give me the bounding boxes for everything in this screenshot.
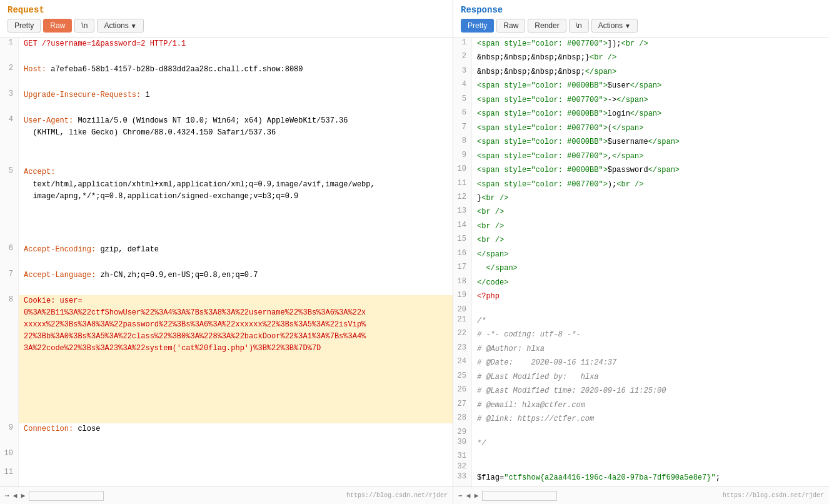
table-row: 32 xyxy=(453,462,829,472)
request-panel: Request Pretty Raw \n Actions ▼ 1 GET /?… xyxy=(0,0,453,504)
table-row: 28 # @link: https://ctfer.com xyxy=(453,413,829,427)
table-row: 14 <br /> xyxy=(453,221,829,234)
table-row: 5 Accept: text/html,application/xhtml+xm… xyxy=(0,166,453,243)
table-row: 4 User-Agent: Mozilla/5.0 (Windows NT 10… xyxy=(0,115,453,166)
table-row: 26 # @Last Modified time: 2020-09-16 11:… xyxy=(453,385,829,399)
tab-pretty-response[interactable]: Pretty xyxy=(461,19,494,33)
response-panel: Response Pretty Raw Render \n Actions ▼ … xyxy=(453,0,829,504)
table-row: 3 &nbsp;&nbsp;&nbsp;&nbsp;</span> xyxy=(453,66,829,80)
table-row: 15 <br /> xyxy=(453,234,829,248)
table-row: 10 <span style="color: #0000BB">$passwor… xyxy=(453,164,829,178)
table-row: 13 <br /> xyxy=(453,206,829,220)
table-row: 24 # @Date: 2020-09-16 11:24:37 xyxy=(453,357,829,371)
request-bottom-bar: ⋯ ◀ ▶ https://blog.csdn.net/rjder xyxy=(0,486,453,504)
response-tab-bar: Pretty Raw Render \n Actions ▼ xyxy=(461,19,821,33)
response-code-block: 1 <span style="color: #007700">]);<br />… xyxy=(453,38,829,486)
actions-button-request[interactable]: Actions ▼ xyxy=(97,19,143,33)
request-header: Request Pretty Raw \n Actions ▼ xyxy=(0,0,453,38)
tab-raw-request[interactable]: Raw xyxy=(43,19,72,33)
tab-raw-response[interactable]: Raw xyxy=(496,19,525,33)
tab-newline-request[interactable]: \n xyxy=(74,19,94,33)
response-header: Response Pretty Raw Render \n Actions ▼ xyxy=(453,0,829,38)
request-title: Request xyxy=(8,5,445,15)
search-bar xyxy=(482,491,557,501)
response-bottom-bar: ⋯ ◀ ▶ https://blog.csdn.net/rjder xyxy=(453,486,829,504)
table-row: 1 GET /?username=1&password=2 HTTP/1.1 xyxy=(0,38,453,64)
table-row: 2 &nbsp;&nbsp;&nbsp;&nbsp;}<br /> xyxy=(453,52,829,66)
response-url-hint: https://blog.csdn.net/rjder xyxy=(723,492,824,499)
table-row: 10 xyxy=(0,449,453,468)
table-row: 11 <span style="color: #007700">);<br /> xyxy=(453,179,829,193)
table-row: 6 Accept-Encoding: gzip, deflate xyxy=(0,244,453,270)
table-row: 25 # @Last Modified by: hlxa xyxy=(453,371,829,385)
table-row: 1 <span style="color: #007700">]);<br /> xyxy=(453,38,829,52)
table-row: 23 # @Author: hlxa xyxy=(453,343,829,357)
table-row: 6 <span style="color: #0000BB">login</sp… xyxy=(453,108,829,122)
table-row: 22 # -*- coding: utf-8 -*- xyxy=(453,329,829,343)
chevron-down-icon: ▼ xyxy=(625,23,631,29)
table-row: 33 $flag="ctfshow{a2aa4416-196c-4a20-97b… xyxy=(453,472,829,486)
table-row: 12 }<br /> xyxy=(453,193,829,206)
request-content: 1 GET /?username=1&password=2 HTTP/1.1 2… xyxy=(0,38,453,486)
table-row: 19 <?php xyxy=(453,291,829,305)
table-row: 3 Upgrade-Insecure-Requests: 1 xyxy=(0,89,453,115)
search-bar xyxy=(29,491,104,501)
table-row: 2 Host: a7efeba6-58b1-4157-b28b-d883dd2a… xyxy=(0,64,453,89)
actions-button-response[interactable]: Actions ▼ xyxy=(591,19,638,33)
table-row: 11 xyxy=(0,468,453,486)
tab-pretty-request[interactable]: Pretty xyxy=(8,19,41,33)
table-row: 16 </span> xyxy=(453,249,829,263)
request-tab-bar: Pretty Raw \n Actions ▼ xyxy=(8,19,445,33)
table-row: 30 */ xyxy=(453,438,829,451)
chevron-down-icon: ▼ xyxy=(131,23,137,29)
nav-arrows[interactable]: ◀ ▶ xyxy=(466,491,479,500)
dots-icon[interactable]: ⋯ xyxy=(458,491,463,500)
table-row: 21 /* xyxy=(453,315,829,329)
dots-icon[interactable]: ⋯ xyxy=(5,491,9,500)
table-row: 4 <span style="color: #0000BB">$user</sp… xyxy=(453,80,829,94)
table-row: 29 xyxy=(453,428,829,438)
table-row: 27 # @email: hlxa@ctfer.com xyxy=(453,400,829,413)
response-title: Response xyxy=(461,5,821,15)
table-row: 7 Accept-Language: zh-CN,zh;q=0.9,en-US;… xyxy=(0,270,453,295)
nav-arrows[interactable]: ◀ ▶ xyxy=(13,491,26,500)
response-content: 1 <span style="color: #007700">]);<br />… xyxy=(453,38,829,486)
table-row: 20 xyxy=(453,305,829,315)
table-row: 5 <span style="color: #007700">-></span> xyxy=(453,94,829,108)
table-row: 17 </span> xyxy=(453,263,829,276)
request-url-hint: https://blog.csdn.net/rjder xyxy=(346,492,448,499)
table-row: 31 xyxy=(453,451,829,461)
tab-render-response[interactable]: Render xyxy=(528,19,566,33)
table-row: 9 <span style="color: #007700">,</span> xyxy=(453,151,829,164)
table-row: 18 </code> xyxy=(453,277,829,291)
request-code-block: 1 GET /?username=1&password=2 HTTP/1.1 2… xyxy=(0,38,453,486)
table-row: 8 <span style="color: #0000BB">$username… xyxy=(453,136,829,150)
table-row: 8 Cookie: user= 0%3A%2B11%3A%22ctfShowUs… xyxy=(0,295,453,423)
tab-newline-response[interactable]: \n xyxy=(569,19,589,33)
table-row: 9 Connection: close xyxy=(0,423,453,449)
table-row: 7 <span style="color: #007700">(</span> xyxy=(453,123,829,136)
